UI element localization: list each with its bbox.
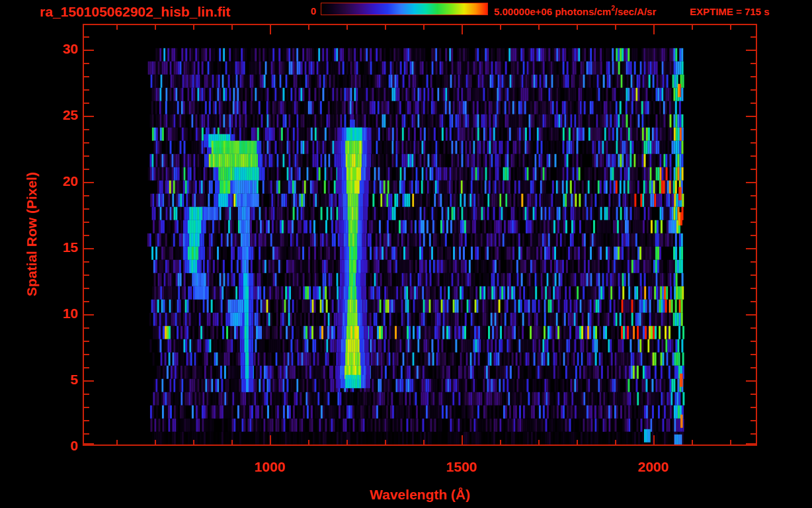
x-tick [423,440,425,444]
y-tick [84,420,89,421]
y-tick [751,367,756,368]
x-tick [155,25,156,30]
y-tick [84,367,89,368]
x-tick [653,25,655,34]
exptime-label: EXPTIME = 715 s [690,6,769,17]
y-tick [746,50,756,51]
y-tick [751,36,756,38]
x-tick [692,440,693,444]
x-tick [538,25,540,30]
plot-frame-right [756,24,757,446]
y-tick [84,50,94,51]
colorbar-max-label: 5.00000e+06 photons/cm2/sec/A/sr [494,5,656,17]
y-tick [751,288,756,289]
y-tick [751,420,756,421]
y-tick [751,89,756,91]
y-tick [84,235,89,236]
x-tick [615,25,616,30]
y-tick [751,155,756,157]
y-tick [751,433,756,435]
y-tick [84,407,89,408]
y-tick [746,443,756,444]
y-tick-label: 0 [38,438,78,454]
x-tick-label: 2000 [620,459,686,475]
x-tick [730,25,731,30]
x-tick [231,440,233,444]
y-tick [84,116,94,117]
y-tick-label: 15 [38,239,78,255]
x-tick-label: 1500 [428,459,495,475]
y-tick [751,407,756,408]
y-tick [84,222,89,223]
y-tick-label: 20 [38,173,78,189]
y-tick [746,182,756,183]
y-tick [84,341,89,342]
y-tick [751,129,756,130]
x-tick [423,25,425,30]
x-tick [308,440,309,444]
x-tick [500,440,501,444]
y-tick [751,341,756,342]
y-tick [746,116,756,117]
y-tick [84,195,89,196]
y-tick [84,248,94,249]
y-tick [84,354,89,355]
y-tick [84,261,89,263]
colorbar [321,3,488,15]
y-tick [84,208,89,210]
y-tick [751,354,756,355]
x-tick [577,25,578,30]
y-tick [751,142,756,144]
y-tick [751,76,756,77]
y-tick [751,222,756,223]
x-tick [308,25,309,30]
y-tick [751,169,756,170]
x-tick [346,440,348,444]
y-tick-label: 30 [38,41,78,57]
y-tick [84,288,89,289]
y-tick-label: 5 [38,372,78,388]
plot-frame-top [83,24,757,25]
x-tick [116,440,118,444]
y-tick [746,380,756,382]
y-tick [84,443,94,444]
x-tick [193,25,194,30]
colorbar-max-value: 5.00000e+06 photons/cm [494,6,611,17]
y-tick [84,129,89,130]
y-tick [751,103,756,104]
x-tick [346,25,348,30]
y-tick [84,89,89,91]
y-tick [746,248,756,249]
x-tick [116,25,118,30]
y-tick [84,301,89,302]
y-tick [84,275,89,276]
plot-frame-bottom [83,444,757,446]
x-tick [462,435,463,444]
y-tick [751,195,756,196]
x-tick-label: 1000 [237,459,303,475]
superscript-2: 2 [611,5,615,12]
x-tick [462,25,463,34]
y-tick [751,208,756,210]
y-tick [84,182,94,183]
x-tick [385,25,386,30]
y-tick [84,103,89,104]
y-tick [751,327,756,329]
y-tick [84,327,89,329]
y-tick [84,76,89,77]
y-tick [751,301,756,302]
x-axis-label: Wavelength (Å) [321,487,519,503]
y-tick [751,63,756,64]
x-tick [730,440,731,444]
y-tick [84,314,94,316]
y-tick [84,394,89,395]
y-tick [84,142,89,144]
y-tick [746,314,756,316]
spectral-image-viewer: ra_150105062902_hisb_lin.fit 0 5.00000e+… [0,0,812,508]
y-tick-label: 25 [38,107,78,123]
x-tick [385,440,386,444]
x-tick [270,25,271,34]
x-tick [615,440,616,444]
colorbar-units: /sec/A/sr [615,6,657,17]
y-tick [84,380,94,382]
